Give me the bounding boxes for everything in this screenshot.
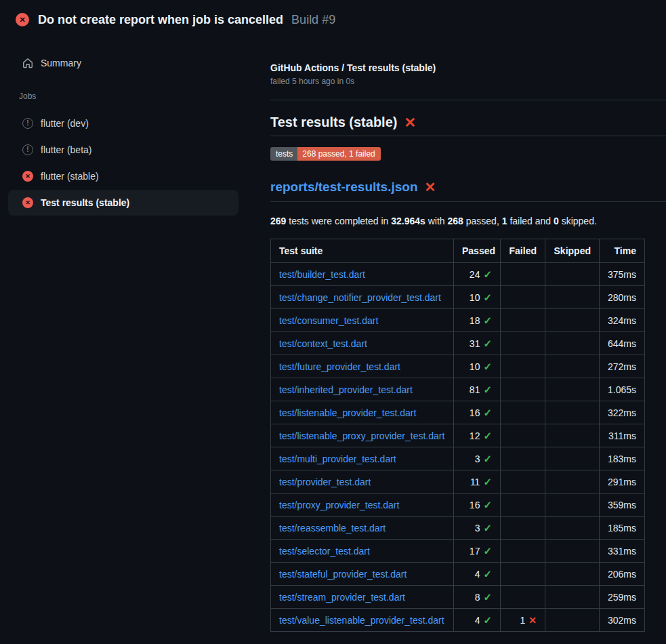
test-suite-link[interactable]: test/selector_test.dart <box>279 546 370 557</box>
passed-count: 31 <box>470 338 480 349</box>
cell-skipped <box>545 563 600 586</box>
cell-skipped <box>545 494 600 517</box>
report-file-link[interactable]: reports/test-results.json <box>270 180 418 195</box>
test-suite-link[interactable]: test/listenable_proxy_provider_test.dart <box>279 430 444 441</box>
test-suite-link[interactable]: test/future_provider_test.dart <box>279 361 400 372</box>
table-row: test/value_listenable_provider_test.dart… <box>271 609 645 632</box>
cell-failed <box>501 424 545 447</box>
badge-value: 268 passed, 1 failed <box>297 147 380 161</box>
test-suite-link[interactable]: test/listenable_provider_test.dart <box>279 407 416 418</box>
cell-passed: 16✓ <box>454 494 501 517</box>
cell-time: 331ms <box>600 540 645 563</box>
sidebar-item-label: flutter (stable) <box>41 171 99 182</box>
test-suite-link[interactable]: test/provider_test.dart <box>279 477 371 487</box>
passed-count: 12 <box>470 430 480 441</box>
test-suite-link[interactable]: test/value_listenable_provider_test.dart <box>279 615 444 626</box>
test-suite-link[interactable]: test/consumer_test.dart <box>279 315 378 326</box>
sidebar-item-label: flutter (dev) <box>41 118 89 129</box>
table-row: test/stream_provider_test.dart8✓259ms <box>271 586 645 609</box>
table-header-row: Test suite Passed Failed Skipped Time <box>271 239 645 263</box>
summary-segment: 268 <box>448 216 463 226</box>
sidebar-item-label: Test results (stable) <box>41 197 129 208</box>
passed-count: 10 <box>470 361 480 372</box>
table-row: test/proxy_provider_test.dart16✓359ms <box>271 494 645 517</box>
report-file-heading: reports/test-results.json ✕ <box>270 180 436 195</box>
x-circle-icon: ✕ <box>22 171 33 182</box>
test-suite-link[interactable]: test/builder_test.dart <box>279 269 365 280</box>
test-suite-link[interactable]: test/stream_provider_test.dart <box>279 592 405 603</box>
check-icon: ✓ <box>483 591 492 603</box>
test-suite-link[interactable]: test/stateful_provider_test.dart <box>279 569 407 580</box>
cell-skipped <box>545 263 600 286</box>
cell-time: 302ms <box>600 609 645 632</box>
cell-skipped <box>545 355 600 378</box>
cell-skipped <box>545 540 600 563</box>
passed-count: 18 <box>470 315 480 326</box>
check-icon: ✓ <box>483 430 492 441</box>
table-row: test/multi_provider_test.dart3✓183ms <box>271 447 645 470</box>
cell-failed <box>501 378 545 401</box>
check-icon: ✓ <box>483 476 492 487</box>
sidebar-item-summary[interactable]: Summary <box>8 50 238 76</box>
table-row: test/change_notifier_provider_test.dart1… <box>271 286 645 309</box>
sidebar-item-flutter-stable[interactable]: ✕flutter (stable) <box>8 163 238 189</box>
cell-failed <box>501 517 545 540</box>
test-suite-link[interactable]: test/change_notifier_provider_test.dart <box>279 292 441 303</box>
page-title: Do not create report when job is cancell… <box>38 13 335 27</box>
cell-failed <box>501 332 545 355</box>
cell-passed: 4✓ <box>454 563 501 586</box>
cell-failed <box>501 470 545 494</box>
cell-skipped <box>545 447 600 470</box>
cell-skipped <box>545 470 600 494</box>
cell-time: 280ms <box>600 286 645 309</box>
table-row: test/consumer_test.dart18✓324ms <box>271 309 645 332</box>
test-results-table: Test suite Passed Failed Skipped Time te… <box>270 239 645 632</box>
cell-skipped <box>545 517 600 540</box>
table-body: test/builder_test.dart24✓375mstest/chang… <box>271 263 645 632</box>
cell-passed: 31✓ <box>454 332 501 355</box>
sidebar-item-flutter-beta[interactable]: !flutter (beta) <box>8 137 238 163</box>
check-icon: ✓ <box>483 338 492 349</box>
summary-segment: 32.964s <box>391 216 425 226</box>
test-suite-link[interactable]: test/reassemble_test.dart <box>279 523 386 534</box>
cell-skipped <box>545 609 600 632</box>
summary-segment: with <box>425 216 448 226</box>
cell-passed: 24✓ <box>454 263 501 286</box>
test-suite-link[interactable]: test/proxy_provider_test.dart <box>279 500 399 510</box>
passed-count: 10 <box>470 292 480 303</box>
tests-summary-sentence: 269 tests were completed in 32.964s with… <box>270 216 597 226</box>
col-header-failed: Failed <box>501 239 545 263</box>
home-icon <box>22 58 33 68</box>
cell-passed: 4✓ <box>454 609 501 632</box>
x-icon: ✕ <box>528 615 537 626</box>
sidebar-item-flutter-dev[interactable]: !flutter (dev) <box>8 110 238 136</box>
cell-failed <box>501 309 545 332</box>
jobs-section-label: Jobs <box>19 92 36 101</box>
test-suite-link[interactable]: test/inherited_provider_test.dart <box>279 384 413 395</box>
cell-time: 644ms <box>600 332 645 355</box>
col-header-test-suite: Test suite <box>271 239 454 263</box>
cell-passed: 10✓ <box>454 355 501 378</box>
test-suite-link[interactable]: test/context_test.dart <box>279 338 367 349</box>
cell-test-suite: test/reassemble_test.dart <box>271 517 454 540</box>
cell-time: 324ms <box>600 309 645 332</box>
cell-test-suite: test/builder_test.dart <box>271 263 454 286</box>
sidebar-item-test-results-stable[interactable]: ✕Test results (stable) <box>8 190 238 216</box>
check-icon: ✓ <box>483 407 492 418</box>
cell-failed <box>501 540 545 563</box>
table-row: test/reassemble_test.dart3✓185ms <box>271 517 645 540</box>
cell-test-suite: test/selector_test.dart <box>271 540 454 563</box>
cell-failed <box>501 263 545 286</box>
check-run-title: Test results (stable) ✕ <box>270 115 416 130</box>
cell-test-suite: test/inherited_provider_test.dart <box>271 378 454 401</box>
failed-x-icon: ✕ <box>404 115 416 129</box>
cell-time: 183ms <box>600 447 645 470</box>
cell-time: 359ms <box>600 494 645 517</box>
cell-test-suite: test/proxy_provider_test.dart <box>271 494 454 517</box>
cell-passed: 18✓ <box>454 309 501 332</box>
test-suite-link[interactable]: test/multi_provider_test.dart <box>279 454 396 464</box>
cell-passed: 3✓ <box>454 517 501 540</box>
check-icon: ✓ <box>483 499 492 510</box>
cell-passed: 17✓ <box>454 540 501 563</box>
cell-failed <box>501 586 545 609</box>
